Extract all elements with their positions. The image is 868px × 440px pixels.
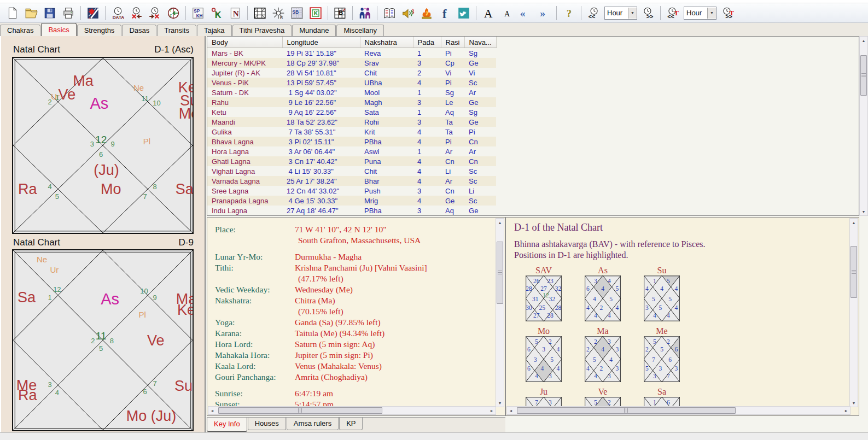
table-row[interactable]: Varnada Lagna25 Ar 17' 38.24"Bhar4ArSc — [207, 176, 496, 186]
scroll-right-arrow[interactable]: ► — [488, 407, 496, 414]
table-row[interactable]: Rahu 9 Le 16' 22.56"Magh3LeGe — [207, 97, 496, 107]
clock-fwd-t-icon[interactable]: >>T — [719, 4, 736, 22]
table-row[interactable]: Vighati Lagna 4 Li 15' 30.33"Chit4LiSc — [207, 166, 496, 176]
clock-undo-icon[interactable] — [127, 4, 145, 22]
column-header-longitude[interactable]: Longitude — [282, 37, 360, 48]
bottom-tab-amsa-rulers[interactable]: Amsa rulers — [287, 418, 339, 430]
key-info-value: 71 W 41' 10", 42 N 12' 10" — [295, 224, 387, 235]
bav-value: 2 — [549, 339, 552, 345]
scroll-down-arrow[interactable]: ▼ — [850, 399, 858, 407]
twitter-icon[interactable] — [455, 4, 473, 22]
tab-strengths[interactable]: Strengths — [77, 25, 122, 36]
data-clock-icon[interactable]: DATA — [109, 4, 126, 22]
scroll-thumb[interactable] — [850, 246, 857, 298]
scroll-down-arrow[interactable]: ▼ — [496, 399, 504, 407]
column-header-body[interactable]: Body — [207, 37, 282, 48]
clock-back-t-icon[interactable]: <<T — [664, 4, 681, 22]
table-row[interactable]: Saturn - DK 1 Sg 44' 03.02"Mool1SgAr — [207, 87, 496, 97]
scroll-up-arrow[interactable]: ▲ — [860, 37, 867, 44]
scroll-up-arrow[interactable]: ▲ — [850, 219, 858, 226]
printer-icon[interactable] — [60, 4, 77, 22]
font-small-icon[interactable]: A — [498, 4, 516, 22]
column-header-nava[interactable]: Nava... — [464, 37, 496, 48]
scroll-down-arrow[interactable]: ▼ — [860, 208, 867, 215]
keyinfo-horizontal-scrollbar[interactable]: ◄ ► — [208, 406, 496, 415]
tab-basics[interactable]: Basics — [41, 23, 76, 36]
scroll-up-arrow[interactable]: ▲ — [496, 219, 504, 226]
scroll-thumb[interactable] — [497, 242, 503, 304]
scroll-right-arrow[interactable]: ► — [842, 407, 850, 414]
table-vertical-scrollbar[interactable]: ▲ ▼ — [859, 36, 868, 216]
tab-chakras[interactable]: Chakras — [0, 25, 40, 36]
b-grid-icon[interactable]: B — [331, 4, 349, 22]
clock-redo-icon[interactable] — [146, 4, 164, 22]
table-row[interactable]: Sree Lagna12 Cn 44' 33.02"Push3CnLi — [207, 186, 496, 196]
k-green-box-icon[interactable]: K — [307, 4, 324, 22]
announce-icon[interactable] — [399, 4, 417, 22]
tz-globe-icon[interactable]: TZ — [165, 4, 182, 22]
table-row[interactable]: Hora Lagna 3 Ar 06' 06.44"Aswi1ArAr — [207, 146, 496, 156]
time-step-unit-select[interactable]: Hour▼ — [604, 7, 637, 20]
bav-vertical-scrollbar[interactable]: ▲ ▼ — [849, 218, 858, 407]
angle-left-icon[interactable]: « — [517, 4, 534, 22]
tab-miscellany[interactable]: Miscellany — [336, 25, 384, 36]
tab-tajaka[interactable]: Tajaka — [197, 25, 232, 36]
table-row[interactable]: Pranapada Lagna 4 Ge 15' 30.33"Mrig4GeSc — [207, 196, 496, 206]
tab-dasas[interactable]: Dasas — [122, 25, 156, 36]
angle-right-icon[interactable]: » — [535, 4, 553, 22]
clock-back-icon[interactable]: << — [585, 4, 602, 22]
font-large-icon[interactable]: A — [480, 4, 497, 22]
save-icon[interactable] — [41, 4, 59, 22]
tab-tithi-pravesha[interactable]: Tithi Pravesha — [232, 25, 292, 36]
column-header-pada[interactable]: Pada — [413, 37, 441, 48]
clock-fwd-icon[interactable]: >> — [639, 4, 657, 22]
table-row[interactable]: Mercury - MK/PK18 Cp 29' 37.98"Srav3CpGe — [207, 58, 496, 68]
n-box-icon[interactable]: N — [226, 4, 244, 22]
scroll-thumb[interactable] — [218, 407, 382, 414]
time-step-unit-select[interactable]: Hour▼ — [684, 7, 716, 20]
key-info-value: Wednesday (Me) — [295, 284, 353, 295]
facebook-icon[interactable]: f — [436, 4, 454, 22]
d1-rasi-chart[interactable]: MaVeAsUrNeKeSuMePl(Ju)MoRaSa121110312964… — [12, 57, 194, 234]
bottom-tab-houses[interactable]: Houses — [248, 418, 286, 430]
paint-splash-icon[interactable] — [84, 4, 102, 22]
scroll-left-arrow[interactable]: ◄ — [507, 407, 515, 414]
column-header-rasi[interactable]: Rasi — [441, 37, 464, 48]
open-folder-icon[interactable] — [22, 4, 40, 22]
table-row[interactable]: Bhava Lagna 3 Pi 02' 15.11"PBha4PiCn — [207, 137, 496, 146]
help-icon[interactable]: ? — [560, 4, 578, 22]
table-row[interactable]: Ketu 9 Aq 16' 22.56"Sata1AqSg — [207, 107, 496, 117]
k-star-icon[interactable]: K — [270, 4, 287, 22]
table-row[interactable]: Mars - BK19 Pi 31' 15.18"Reva1PiSg — [207, 48, 496, 58]
table-row[interactable]: Ghati Lagna 3 Cn 17' 40.42"Puna4CnCn — [207, 156, 496, 166]
value-cell: 3 — [413, 58, 441, 68]
chevron-down-icon[interactable]: ▼ — [628, 8, 637, 19]
tab-mundane[interactable]: Mundane — [292, 25, 336, 36]
table-row[interactable]: Gulika 7 Ta 38' 55.31"Krit4TaPi — [207, 127, 496, 137]
keyinfo-vertical-scrollbar[interactable]: ▲ ▼ — [496, 218, 504, 407]
new-doc-icon[interactable] — [4, 4, 21, 22]
d9-navamsa-chart[interactable]: NeUrSaAsPlMaKeVeMeRaSuMo (Ju)12110921185… — [12, 249, 194, 431]
scroll-left-arrow[interactable]: ◄ — [208, 407, 216, 414]
book-icon[interactable] — [381, 4, 398, 22]
fire-icon[interactable] — [418, 4, 435, 22]
grid-chakra-icon[interactable] — [251, 4, 269, 22]
sp-kh-icon[interactable]: SPKH — [189, 4, 207, 22]
body-cell: Venus - PiK — [207, 78, 282, 87]
bottom-tab-kp[interactable]: KP — [339, 418, 363, 430]
scroll-thumb[interactable] — [517, 407, 736, 414]
bav-horizontal-scrollbar[interactable]: ◄ ► — [506, 406, 850, 415]
column-header-nakshatra[interactable]: Nakshatra — [360, 37, 413, 48]
bav-value: 6 — [586, 286, 590, 292]
table-row[interactable]: Jupiter (R) - AK28 Vi 54' 10.81"Chit2ViV… — [207, 68, 496, 78]
bottom-tab-key-info[interactable]: Key Info — [207, 418, 247, 432]
tab-transits[interactable]: Transits — [157, 25, 196, 36]
couple-icon[interactable] — [356, 4, 374, 22]
chevron-down-icon[interactable]: ▼ — [707, 8, 716, 19]
key-k-icon[interactable]: K — [208, 4, 225, 22]
scroll-thumb[interactable] — [860, 55, 867, 96]
sb-grid-icon[interactable]: SB — [288, 4, 306, 22]
table-row[interactable]: Maandi18 Ta 52' 23.62"Rohi3TaGe — [207, 117, 496, 127]
table-row[interactable]: Venus - PiK13 Pi 59' 57.45"UBha4PiSc — [207, 78, 496, 87]
table-row[interactable]: Indu Lagna27 Aq 18' 46.47"PBha3AqGe — [207, 206, 496, 215]
